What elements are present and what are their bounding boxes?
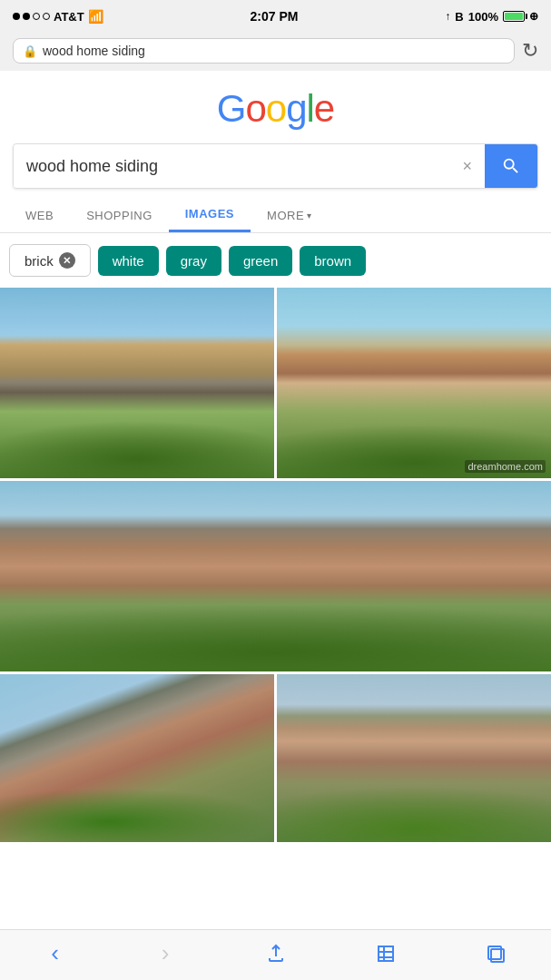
search-tabs: WEB SHOPPING IMAGES MORE ▾ [0,198,551,233]
location-icon: ↑ [445,10,450,23]
filter-chip-brick-label: brick [25,253,54,269]
url-bar: 🔒 wood home siding ↻ [0,33,551,71]
image-cell-3[interactable] [0,481,551,671]
filter-chip-gray-label: gray [181,253,207,269]
image-cell-2[interactable]: dreamhome.com [277,288,551,478]
logo-l: l [307,87,314,130]
status-left: AT&T 📶 [13,9,103,24]
tab-images[interactable]: IMAGES [169,198,251,232]
house-image-3 [0,481,551,671]
filter-chip-brown[interactable]: brown [300,246,366,276]
google-logo: Google [217,87,334,131]
lock-icon: 🔒 [23,44,37,58]
refresh-button[interactable]: ↻ [522,39,538,63]
url-input-wrapper[interactable]: 🔒 wood home siding [13,38,515,64]
image-row-3 [0,674,551,842]
logo-G: G [217,87,246,130]
signal-dot-1 [13,13,20,20]
charging-icon: ⊕ [529,10,538,23]
wifi-icon: 📶 [88,9,103,24]
filter-chip-white-label: white [113,253,144,269]
filter-chip-brick[interactable]: brick ✕ [9,244,91,277]
tab-more[interactable]: MORE ▾ [251,200,329,231]
image-grid: dreamhome.com [0,288,551,842]
watermark-2: dreamhome.com [465,460,546,473]
google-logo-area: Google [0,71,551,143]
status-bar: AT&T 📶 2:07 PM ↑ B 100% ⊕ [0,0,551,33]
filter-chip-green[interactable]: green [229,246,292,276]
logo-g: g [286,87,306,130]
battery-fill [505,13,523,20]
signal-dot-4 [43,13,50,20]
search-icon [501,156,521,176]
logo-o1: o [245,87,265,130]
house-image-4 [0,674,274,842]
tab-more-label: MORE [267,209,304,222]
house-image-2 [277,288,551,478]
search-button[interactable] [485,144,537,188]
image-row-1: dreamhome.com [0,288,551,478]
bluetooth-icon: B [455,10,463,24]
carrier-label: AT&T [54,10,84,24]
status-time: 2:07 PM [251,9,299,24]
tab-web[interactable]: WEB [9,200,70,231]
search-bar: × [13,143,538,189]
signal-dots [13,13,50,20]
image-cell-5[interactable] [277,674,551,842]
battery-label: 100% [468,10,498,24]
logo-e: e [314,87,334,130]
chevron-down-icon: ▾ [307,211,312,220]
search-input[interactable] [14,146,449,187]
filter-chip-brown-label: brown [314,253,351,269]
image-cell-1[interactable] [0,288,274,478]
signal-dot-2 [23,13,30,20]
search-clear-button[interactable]: × [449,157,485,176]
filter-chip-green-label: green [243,253,278,269]
image-row-2 [0,481,551,671]
filter-chip-gray[interactable]: gray [166,246,221,276]
filter-row: brick ✕ white gray green brown [0,233,551,288]
battery-icon [503,11,525,22]
signal-dot-3 [33,13,40,20]
url-text: wood home siding [43,44,505,58]
filter-chip-white[interactable]: white [98,246,159,276]
image-cell-4[interactable] [0,674,274,842]
filter-chip-brick-remove[interactable]: ✕ [59,252,75,269]
house-image-5 [277,674,551,842]
tab-shopping[interactable]: SHOPPING [70,200,169,231]
main-content: Google × WEB SHOPPING IMAGES MORE ▾ bric… [0,71,551,893]
house-image-1 [0,288,274,478]
logo-o2: o [266,87,286,130]
status-right: ↑ B 100% ⊕ [445,10,538,24]
